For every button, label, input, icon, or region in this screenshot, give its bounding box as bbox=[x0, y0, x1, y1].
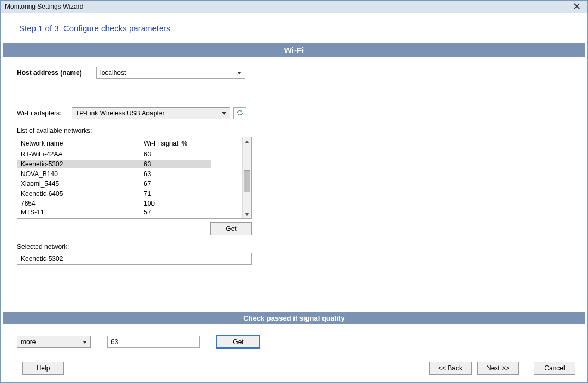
adapters-dropdown-value: TP-Link Wireless USB Adapter bbox=[75, 109, 164, 117]
table-row[interactable]: Keenetic-640571 bbox=[17, 189, 242, 199]
help-button[interactable]: Help bbox=[22, 362, 64, 375]
wifi-pane: Host address (name) localhost Wi-Fi adap… bbox=[1, 57, 587, 265]
cell-network-name: Xiaomi_5445 bbox=[17, 180, 140, 188]
adapters-row: Wi-Fi adapters: TP-Link Wireless USB Ada… bbox=[17, 107, 587, 119]
step-title: Step 1 of 3. Configure checks parameters bbox=[1, 13, 587, 43]
title-bar: Monitoring Settings Wizard ✕ bbox=[1, 1, 587, 13]
section-header-wifi: Wi-Fi bbox=[3, 43, 585, 57]
cell-network-name: Keenetic-6405 bbox=[17, 190, 140, 198]
wizard-window: Monitoring Settings Wizard ✕ Step 1 of 3… bbox=[0, 0, 588, 383]
cell-signal: 57 bbox=[140, 208, 211, 216]
cancel-button[interactable]: Cancel bbox=[534, 362, 575, 375]
refresh-icon bbox=[236, 109, 244, 118]
chevron-down-icon bbox=[220, 112, 228, 115]
listview-rows: RT-WiFi-42AA63Keenetic-530263NOVA_B14063… bbox=[17, 149, 242, 216]
networks-listview-wrap: Network name Wi-Fi signal, % RT-WiFi-42A… bbox=[17, 137, 252, 235]
host-dropdown[interactable]: localhost bbox=[96, 67, 245, 79]
table-row[interactable]: MTS-1157 bbox=[17, 208, 242, 216]
cell-signal: 71 bbox=[140, 190, 211, 198]
adapters-label: Wi-Fi adapters: bbox=[17, 109, 72, 117]
adapters-dropdown[interactable]: TP-Link Wireless USB Adapter bbox=[72, 107, 230, 119]
table-row[interactable]: Xiaomi_544567 bbox=[17, 179, 242, 189]
host-label: Host address (name) bbox=[17, 69, 96, 77]
host-row: Host address (name) localhost bbox=[17, 67, 587, 79]
cell-signal: 63 bbox=[140, 150, 211, 158]
comparator-dropdown[interactable]: more bbox=[17, 336, 91, 348]
footer-buttons: Help << Back Next >> Cancel bbox=[1, 362, 587, 375]
content-area: Step 1 of 3. Configure checks parameters… bbox=[1, 13, 587, 382]
col-header-signal[interactable]: Wi-Fi signal, % bbox=[140, 137, 211, 149]
close-icon[interactable]: ✕ bbox=[569, 2, 584, 11]
back-button[interactable]: << Back bbox=[429, 362, 472, 375]
cell-network-name: RT-WiFi-42AA bbox=[17, 150, 140, 158]
cell-signal: 63 bbox=[140, 170, 211, 178]
threshold-row: more Get bbox=[17, 335, 260, 349]
window-title: Monitoring Settings Wizard bbox=[5, 3, 83, 10]
refresh-button[interactable] bbox=[233, 107, 246, 119]
cell-signal: 63 bbox=[140, 160, 211, 168]
get-networks-button[interactable]: Get bbox=[210, 222, 252, 235]
selected-network-label: Selected network: bbox=[17, 243, 587, 251]
comparator-value: more bbox=[21, 338, 36, 346]
cell-network-name: MTS-11 bbox=[17, 208, 140, 216]
chevron-down-icon bbox=[235, 72, 244, 74]
listview-body: Network name Wi-Fi signal, % RT-WiFi-42A… bbox=[17, 137, 242, 218]
get-threshold-button[interactable]: Get bbox=[216, 335, 260, 349]
cell-signal: 100 bbox=[140, 200, 211, 207]
col-header-spacer bbox=[211, 137, 242, 149]
networks-listview[interactable]: Network name Wi-Fi signal, % RT-WiFi-42A… bbox=[17, 137, 252, 219]
table-row[interactable]: 7654100 bbox=[17, 199, 242, 208]
cell-network-name: 7654 bbox=[17, 200, 140, 207]
listview-scrollbar[interactable] bbox=[242, 137, 251, 218]
listview-header: Network name Wi-Fi signal, % bbox=[17, 137, 242, 149]
table-row[interactable]: Keenetic-530263 bbox=[17, 159, 242, 169]
table-row[interactable]: NOVA_B14063 bbox=[17, 169, 242, 179]
cell-network-name: Keenetic-5302 bbox=[17, 160, 140, 168]
next-button[interactable]: Next >> bbox=[477, 362, 519, 375]
table-row[interactable]: RT-WiFi-42AA63 bbox=[17, 149, 242, 159]
scroll-up-icon[interactable] bbox=[243, 137, 251, 146]
cell-signal: 67 bbox=[140, 180, 211, 188]
get-networks-row: Get bbox=[17, 222, 252, 235]
col-header-name[interactable]: Network name bbox=[17, 137, 140, 149]
section-header-check: Check passed if signal quality bbox=[3, 312, 585, 324]
networks-list-label: List of available networks: bbox=[17, 127, 587, 135]
chevron-down-icon bbox=[80, 341, 89, 344]
selected-network-input[interactable] bbox=[17, 253, 252, 265]
host-dropdown-value: localhost bbox=[100, 69, 126, 77]
scroll-thumb[interactable] bbox=[244, 170, 250, 192]
scroll-down-icon[interactable] bbox=[243, 210, 251, 218]
threshold-value-input[interactable] bbox=[107, 336, 200, 348]
cell-network-name: NOVA_B140 bbox=[17, 170, 140, 178]
